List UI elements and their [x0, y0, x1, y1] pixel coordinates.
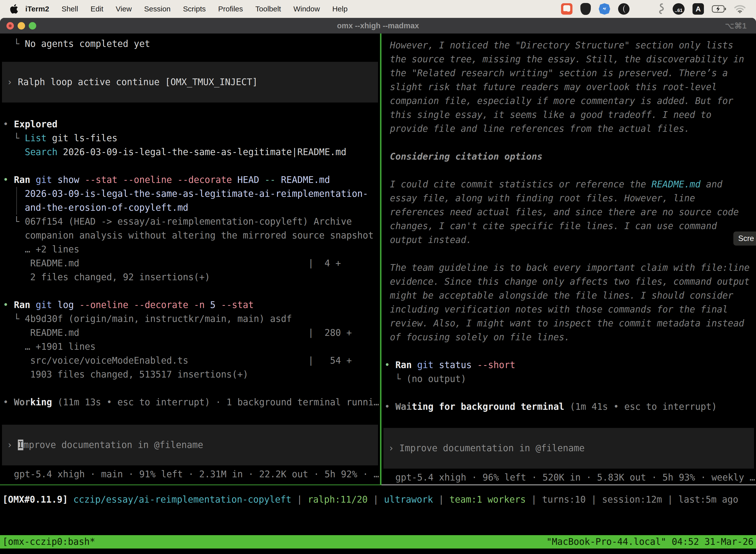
thinking-line: references need actual files, and since … — [381, 205, 756, 219]
text-segment: I could cite commit statistics or refere… — [384, 179, 651, 189]
text-segment — [3, 147, 25, 157]
queued-prompt-box[interactable]: › Improve documentation in @filename — [2, 425, 378, 465]
text-segment: The team guideline is to back every impo… — [384, 262, 750, 273]
text-segment: this single essay, it seems like a good … — [384, 109, 712, 120]
tmux-time: 04:52 — [672, 535, 699, 549]
text-segment: [OMX#0.11.9] — [2, 494, 68, 505]
text-segment: … +2 lines — [3, 244, 79, 255]
queued-prompt-box[interactable]: › Improve documentation in @filename — [383, 428, 754, 468]
thinking-line: review. Also, I might want to inspect th… — [381, 317, 756, 330]
menu-item-window[interactable]: Window — [287, 5, 326, 13]
text-segment: | — [433, 494, 449, 505]
text-segment: -- — [265, 174, 275, 185]
menu-item-edit[interactable]: Edit — [84, 5, 110, 13]
text-segment: | — [662, 494, 678, 505]
command-output-line: companion analysis without altering the … — [0, 229, 380, 242]
thinking-line: However, I noticed the "Directory Struct… — [381, 39, 756, 52]
wifi-icon[interactable] — [734, 5, 746, 13]
text-segment: --oneline --decorate — [79, 299, 189, 310]
left-pane[interactable]: └ No agents completed yet› Ralph loop ac… — [0, 34, 380, 485]
thinking-line: the "Related research writing" section i… — [381, 66, 756, 80]
text-segment: --stat — [221, 299, 254, 310]
text-segment: git — [36, 299, 52, 310]
dots-grid-icon[interactable] — [637, 3, 648, 14]
menu-item-scripts[interactable]: Scripts — [177, 5, 212, 13]
text-segment: mprove documentation in @filename — [23, 440, 203, 450]
command-line: • Ran git status --short — [381, 358, 756, 372]
window-title-bar[interactable]: omx --xhigh --madmax ⌥⌘1 — [0, 18, 756, 34]
thinking-line: of focusing solely on file lines. — [381, 330, 756, 344]
text-segment: I — [18, 440, 23, 450]
text-segment: companion analysis without altering the … — [3, 230, 374, 241]
text-segment: essay file, along with finding root file… — [384, 193, 695, 204]
text-segment: --stat --oneline --decorate — [85, 174, 232, 185]
thinking-line: the source tree, missing the essay. Stil… — [381, 52, 756, 66]
text-segment: • — [384, 359, 395, 370]
text-segment: including verification notes with those … — [384, 304, 728, 315]
tmux-session-window-label[interactable]: [omx-cczip0:bash* — [2, 535, 95, 549]
text-segment: • — [3, 174, 14, 185]
menu-item-shell[interactable]: Shell — [55, 5, 84, 13]
blank-line — [0, 51, 380, 62]
menu-item-iterm2[interactable]: iTerm2 — [23, 5, 55, 13]
text-segment: 4b9d30f (origin/main, instructkr/main, m… — [25, 314, 292, 324]
a-tile-icon[interactable]: A — [693, 3, 704, 15]
text-segment — [30, 299, 36, 310]
text-segment: Ran — [395, 359, 412, 370]
text-segment: README.md — [651, 179, 701, 189]
shield-icon[interactable] — [580, 3, 591, 15]
text-segment: cczip/essay/ai-reimplementation-copyleft — [73, 494, 292, 505]
text-segment: status — [434, 359, 477, 370]
badge-icon[interactable] — [599, 3, 610, 15]
tmux-hostname: "MacBook-Pro-44.local" — [547, 535, 666, 549]
text-segment: Ran — [14, 174, 30, 185]
terminal-content[interactable]: └ No agents completed yet› Ralph loop ac… — [0, 34, 756, 554]
text-segment: … +1901 lines — [3, 341, 96, 352]
injected-prompt-box[interactable]: › Ralph loop active continue [OMX_TMUX_I… — [2, 62, 378, 103]
command-output-line: … +2 lines — [0, 242, 380, 257]
right-pane[interactable]: However, I noticed the "Directory Struct… — [381, 34, 756, 485]
thinking-line: might be acceptable alongside the file l… — [381, 289, 756, 302]
text-segment: turns:10 — [542, 494, 586, 505]
text-segment: git — [36, 174, 52, 185]
text-segment: 1903 files changed, 513517 insertions(+) — [3, 369, 248, 380]
thinking-line: essay file, along with finding root file… — [381, 191, 756, 205]
blank-line — [381, 344, 756, 358]
arc-browser-icon[interactable] — [618, 3, 630, 15]
command-line: • Ran git log --oneline --decorate -n 5 … — [0, 298, 380, 312]
command-output-line: └ (no output) — [381, 372, 756, 386]
blank-line — [381, 414, 756, 428]
apple-icon[interactable] — [10, 4, 18, 14]
menu-item-toolbelt[interactable]: Toolbelt — [249, 5, 287, 13]
text-segment: -n — [194, 299, 205, 310]
menu-item-session[interactable]: Session — [138, 5, 177, 13]
text-segment: log — [52, 299, 79, 310]
squiggle-icon[interactable] — [656, 3, 665, 15]
text-segment: 067f154 (HEAD -> essay/ai-reimplementati… — [25, 216, 352, 227]
text-segment: └ — [3, 133, 25, 144]
text-segment: • — [3, 299, 14, 310]
text-segment: provide file and line references from th… — [384, 123, 690, 134]
menu-item-profiles[interactable]: Profiles — [212, 5, 249, 13]
text-segment: changes, I can't cite specific file line… — [384, 221, 717, 231]
screenshot-notification[interactable]: Scre — [734, 232, 756, 245]
text-segment: the "Related research writing" section i… — [384, 68, 728, 78]
text-segment: | — [526, 494, 542, 505]
battery-icon[interactable] — [712, 5, 726, 13]
session-status-line: gpt-5.4 xhigh · 96% left · 520K in · 5.8… — [381, 470, 756, 485]
thinking-line: I could cite commit statistics or refere… — [381, 177, 756, 191]
text-segment: Explored — [14, 119, 58, 129]
text-segment: 5 — [205, 299, 221, 310]
text-segment: show — [52, 174, 85, 185]
text-segment: (no output) — [406, 374, 466, 384]
text-segment: gpt-5.4 xhigh · main · 91% left · 2.31M … — [3, 469, 379, 480]
menu-item-view[interactable]: View — [110, 5, 138, 13]
text-segment: List — [25, 133, 47, 144]
thinking-line: slight risk that future readers may over… — [381, 80, 756, 94]
chat-icon[interactable] — [561, 3, 572, 15]
text-segment — [412, 359, 417, 370]
text-segment: (1m 41s • esc to interrupt) — [564, 401, 717, 412]
battery-percent-icon[interactable]: ..61 — [673, 3, 685, 15]
blank-line — [0, 465, 380, 467]
menu-item-help[interactable]: Help — [326, 5, 354, 13]
